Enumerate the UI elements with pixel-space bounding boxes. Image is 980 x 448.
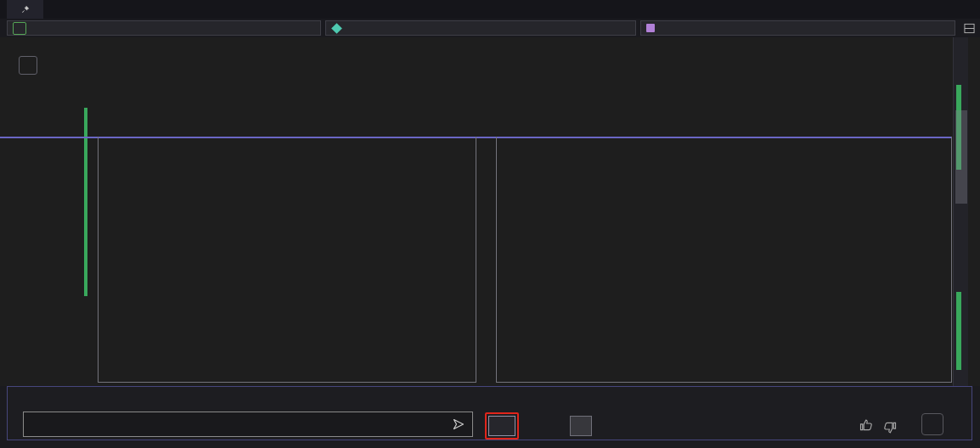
diff-separator xyxy=(0,137,952,138)
split-view-icon[interactable] xyxy=(964,23,975,34)
ai-disclaimer xyxy=(8,387,972,391)
member-dropdown[interactable] xyxy=(640,20,955,36)
csharp-project-icon xyxy=(13,22,26,35)
cancel-button[interactable] xyxy=(570,416,592,436)
diff-left-pane-border xyxy=(98,137,476,383)
scrollbar-thumb[interactable] xyxy=(955,110,967,204)
diff-right-pane-border xyxy=(496,137,952,383)
send-icon[interactable] xyxy=(445,417,472,431)
code-editor[interactable] xyxy=(0,37,980,386)
edit-suggestion-margin-icon[interactable] xyxy=(19,56,37,75)
type-dropdown[interactable] xyxy=(325,20,636,36)
copilot-prompt-input[interactable] xyxy=(24,418,445,430)
accept-highlight-annotation xyxy=(485,412,519,440)
copilot-prompt-container xyxy=(23,412,473,437)
tab-bar xyxy=(0,0,980,19)
navigation-bar xyxy=(0,19,980,37)
tab-program-cs[interactable] xyxy=(7,0,43,19)
pin-icon[interactable] xyxy=(20,5,30,14)
thumbs-up-icon[interactable] xyxy=(859,417,874,433)
accept-button[interactable] xyxy=(488,416,515,436)
vertical-scrollbar[interactable] xyxy=(953,37,968,386)
settings-gear-icon[interactable] xyxy=(921,413,943,435)
copilot-inline-chat-panel xyxy=(7,386,972,440)
class-icon xyxy=(331,23,342,34)
project-dropdown[interactable] xyxy=(7,20,321,36)
scrollbar-change-mark xyxy=(956,292,961,370)
thumbs-down-icon[interactable] xyxy=(882,420,898,435)
method-icon xyxy=(646,24,655,32)
